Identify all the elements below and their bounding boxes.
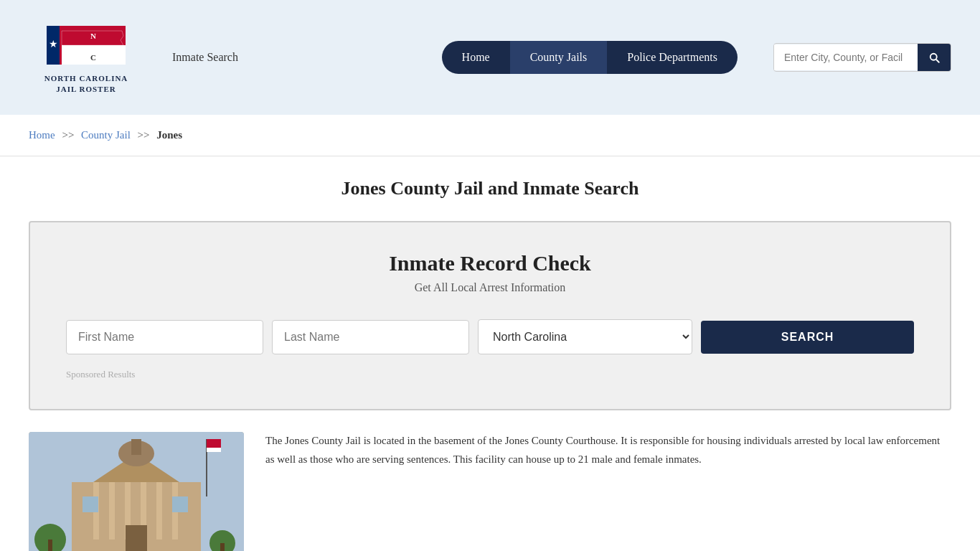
logo-text: NORTH CAROLINA JAIL ROSTER bbox=[44, 73, 128, 95]
search-form-row: AlabamaAlaskaArizonaArkansasCaliforniaCo… bbox=[66, 319, 914, 354]
svg-rect-26 bbox=[48, 540, 52, 551]
breadcrumb: Home >> County Jail >> Jones bbox=[29, 129, 951, 141]
sponsored-label: Sponsored Results bbox=[66, 369, 914, 380]
svg-rect-23 bbox=[207, 439, 221, 448]
description-text: The Jones County Jail is located in the … bbox=[265, 432, 951, 551]
record-check-title: Inmate Record Check bbox=[66, 251, 914, 276]
search-icon bbox=[928, 51, 941, 64]
nav-home-button[interactable]: Home bbox=[442, 41, 510, 74]
breadcrumb-sep2: >> bbox=[138, 129, 150, 141]
breadcrumb-sep1: >> bbox=[62, 129, 74, 141]
nav-county-jails-button[interactable]: County Jails bbox=[510, 41, 608, 74]
breadcrumb-bar: Home >> County Jail >> Jones bbox=[0, 115, 980, 156]
inmate-search-link[interactable]: Inmate Search bbox=[172, 51, 238, 64]
svg-rect-20 bbox=[83, 496, 98, 512]
svg-rect-12 bbox=[131, 439, 141, 455]
svg-rect-17 bbox=[156, 482, 162, 540]
main-content: Jones County Jail and Inmate Search Inma… bbox=[0, 156, 980, 551]
first-name-input[interactable] bbox=[66, 320, 263, 354]
logo-area: ★ N C NORTH CAROLINA JAIL ROSTER bbox=[29, 20, 143, 95]
last-name-input[interactable] bbox=[272, 320, 469, 354]
courthouse-svg bbox=[29, 432, 244, 551]
header-search-button[interactable] bbox=[918, 44, 951, 71]
header-search-area bbox=[773, 43, 951, 72]
main-nav: Home County Jails Police Departments bbox=[442, 41, 738, 74]
state-select[interactable]: AlabamaAlaskaArizonaArkansasCaliforniaCo… bbox=[478, 319, 692, 354]
nc-state-logo: ★ N C bbox=[43, 20, 129, 70]
breadcrumb-home-link[interactable]: Home bbox=[29, 129, 55, 141]
header-search-input[interactable] bbox=[774, 44, 918, 70]
search-button[interactable]: SEARCH bbox=[701, 321, 914, 354]
svg-text:C: C bbox=[90, 53, 96, 62]
svg-rect-19 bbox=[126, 525, 147, 551]
description-section: The Jones County Jail is located in the … bbox=[29, 432, 951, 551]
svg-rect-21 bbox=[172, 496, 188, 512]
site-header: ★ N C NORTH CAROLINA JAIL ROSTER Inmate … bbox=[0, 0, 980, 115]
svg-rect-14 bbox=[109, 482, 115, 540]
building-image bbox=[29, 432, 244, 551]
record-check-subtitle: Get All Local Arrest Information bbox=[66, 281, 914, 294]
breadcrumb-county-jail-link[interactable]: County Jail bbox=[81, 129, 131, 141]
nav-police-departments-button[interactable]: Police Departments bbox=[607, 41, 738, 74]
breadcrumb-current: Jones bbox=[156, 129, 182, 141]
record-check-box: Inmate Record Check Get All Local Arrest… bbox=[29, 221, 951, 410]
svg-rect-24 bbox=[207, 448, 221, 452]
svg-rect-28 bbox=[220, 543, 225, 551]
svg-text:★: ★ bbox=[49, 39, 58, 50]
page-title: Jones County Jail and Inmate Search bbox=[29, 178, 951, 199]
svg-text:N: N bbox=[90, 32, 96, 40]
